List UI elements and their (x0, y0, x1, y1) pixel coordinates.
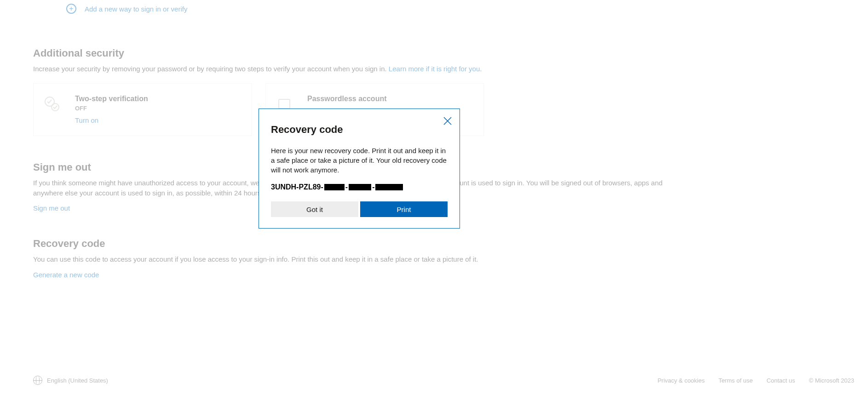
redacted-segment (349, 184, 371, 190)
close-icon (443, 117, 452, 125)
dialog-title: Recovery code (271, 124, 448, 136)
recovery-code-dialog: Recovery code Here is your new recovery … (259, 109, 460, 229)
print-button[interactable]: Print (360, 201, 448, 217)
recovery-code-value: 3UNDH-PZL89--- (271, 183, 448, 191)
redacted-segment (375, 184, 403, 190)
dialog-body: Here is your new recovery code. Print it… (271, 146, 448, 175)
got-it-button[interactable]: Got it (271, 201, 358, 217)
redacted-segment (324, 184, 345, 190)
close-button[interactable] (442, 115, 453, 126)
